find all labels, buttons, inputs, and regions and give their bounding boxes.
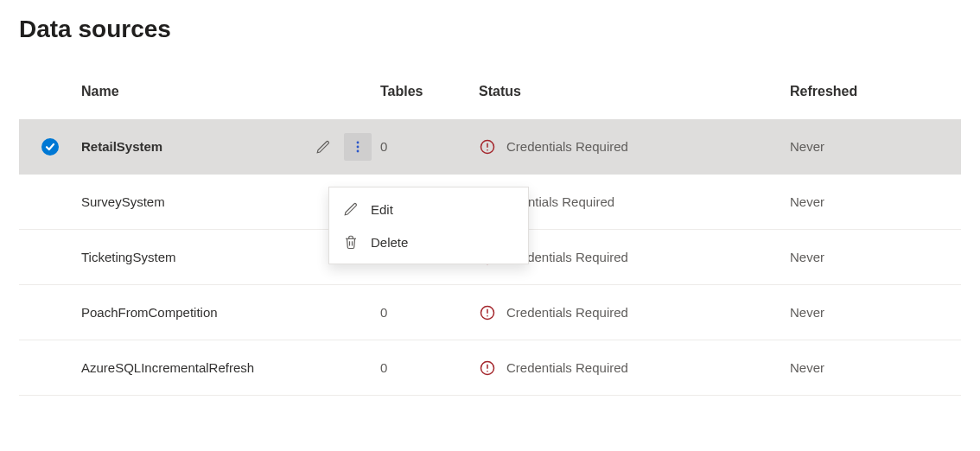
pencil-icon: [315, 139, 331, 155]
row-refreshed: Never: [790, 305, 945, 320]
svg-point-5: [487, 149, 488, 150]
row-refreshed: Never: [790, 360, 945, 375]
row-name: PoachFromCompetition: [81, 305, 218, 320]
menu-item-delete[interactable]: Delete: [329, 226, 528, 258]
menu-item-label: Edit: [371, 202, 393, 217]
row-tables: 0: [375, 139, 479, 154]
column-header-name[interactable]: Name: [81, 84, 306, 99]
row-checkbox[interactable]: [41, 138, 59, 156]
row-name: RetailSystem: [81, 139, 162, 154]
trash-icon: [343, 234, 359, 250]
table-row[interactable]: AzureSQLIncrementalRefresh 0 Credentials…: [19, 340, 961, 396]
menu-item-edit[interactable]: Edit: [329, 193, 528, 226]
svg-point-2: [357, 149, 360, 152]
row-name: TicketingSystem: [81, 250, 175, 264]
svg-point-12: [487, 314, 488, 316]
row-status: Credentials Required: [506, 305, 628, 320]
page-title: Data sources: [19, 16, 961, 43]
column-header-refreshed[interactable]: Refreshed: [790, 84, 945, 99]
row-name: AzureSQLIncrementalRefresh: [81, 360, 254, 375]
row-refreshed: Never: [790, 250, 945, 264]
row-status: Credentials Required: [506, 360, 628, 375]
row-refreshed: Never: [790, 194, 945, 209]
more-vertical-icon: [351, 140, 365, 154]
row-refreshed: Never: [790, 139, 945, 154]
svg-point-0: [357, 141, 360, 143]
row-tables: 0: [375, 360, 479, 375]
alert-icon: [479, 304, 496, 321]
column-header-tables[interactable]: Tables: [375, 84, 479, 99]
row-status: Credentials Required: [506, 139, 628, 154]
row-context-menu: Edit Delete: [328, 187, 529, 264]
menu-item-label: Delete: [371, 235, 408, 250]
row-tables: 0: [375, 305, 479, 320]
column-header-status[interactable]: Status: [479, 84, 790, 99]
pencil-icon: [343, 201, 359, 217]
alert-icon: [479, 138, 496, 156]
more-button[interactable]: [344, 133, 372, 161]
edit-button[interactable]: [309, 133, 337, 161]
alert-icon: [479, 359, 496, 377]
row-name: SurveySystem: [81, 194, 165, 209]
table-row[interactable]: PoachFromCompetition 0 Credentials Requi…: [19, 285, 961, 340]
table-row[interactable]: RetailSystem 0 C: [19, 119, 961, 175]
svg-point-15: [487, 370, 488, 372]
table-header: Name Tables Status Refreshed: [19, 64, 961, 119]
svg-point-1: [357, 145, 360, 148]
